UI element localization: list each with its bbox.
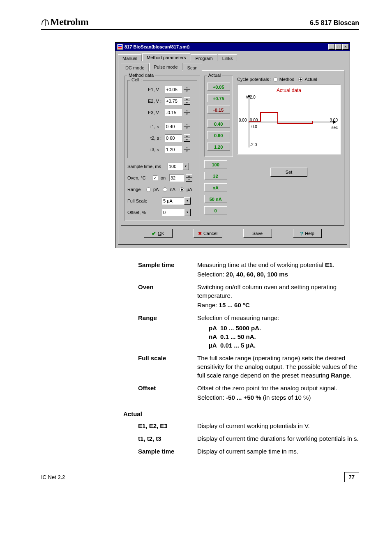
page-number: 77 [344, 472, 359, 482]
ok-button[interactable]: ✔OK [144, 229, 173, 238]
range-na-label: nA [169, 187, 178, 192]
docs-section: Sample timeMeasuring time at the end of … [131, 260, 359, 456]
e1-spinner[interactable]: ▲▼ [184, 86, 190, 93]
doc-def: Selection of measuring range:pA10 ... 50… [197, 313, 359, 350]
doc-term: Sample time [131, 447, 197, 456]
e3-actual: -0.15 [207, 106, 230, 114]
sample-time-input[interactable] [168, 163, 182, 170]
oven-on-label: on [159, 175, 168, 180]
doc-term: Full scale [131, 354, 197, 380]
main-tabs: Manual Method parameters Program Links [115, 51, 350, 61]
cycle-actual-radio[interactable] [298, 77, 303, 82]
doc-def: The full scale range (operating range) s… [197, 354, 359, 380]
actual-legend: Actual [207, 73, 222, 78]
oven-actual: 32 [204, 172, 227, 180]
e1-input[interactable] [165, 86, 182, 93]
range-pa-label: pA [152, 187, 161, 192]
t3-input[interactable] [165, 146, 182, 153]
range-label: Range [127, 187, 145, 192]
footer-left: IC Net 2.2 [41, 474, 65, 480]
doc-term: t1, t2, t3 [131, 434, 197, 443]
subtab-pulse-mode[interactable]: Pulse mode [149, 63, 182, 71]
cycle-method-label: Method [279, 77, 297, 82]
tab-panel: DC mode Pulse mode Scan Method data Cell… [118, 61, 347, 245]
oven-label: Oven, °C [127, 175, 151, 180]
range-ua-radio[interactable] [180, 187, 184, 192]
t2-spinner[interactable]: ▲▼ [184, 134, 190, 142]
cycle-method-radio[interactable] [273, 77, 278, 82]
doc-term: Offset [131, 384, 197, 402]
doc-entry: E1, E2, E3Display of current working pot… [131, 421, 359, 430]
dialog-buttons: ✔OK ✖Cancel Save ?Help [121, 226, 344, 241]
maximize-button[interactable]: □ [335, 44, 342, 50]
t2-input[interactable] [165, 134, 182, 142]
e3-spinner[interactable]: ▲▼ [184, 109, 190, 116]
t2-label: t2, s : [130, 136, 163, 140]
set-button[interactable]: Set [270, 168, 307, 177]
oven-input[interactable] [169, 174, 184, 182]
doc-term: Oven [131, 283, 197, 309]
cell-legend: Cell : [130, 77, 143, 82]
t3-actual: 1.20 [207, 143, 230, 151]
range-actual: nA [204, 183, 227, 191]
e1-actual: +0.05 [207, 83, 230, 91]
fullscale-label: Full Scale [127, 198, 154, 203]
sub-tabs: DC mode Pulse mode Scan [121, 63, 344, 71]
range-pa-radio[interactable] [146, 187, 151, 192]
page-footer: IC Net 2.2 77 [41, 472, 359, 482]
actual-group: Actual +0.05 +0.75 -0.15 0.40 0.60 1.20 [204, 76, 233, 157]
e2-actual: +0.75 [207, 94, 230, 102]
e3-label: E3, V : [130, 110, 163, 115]
sample-time-dropdown[interactable]: ▼ [182, 163, 189, 170]
doc-entry: Full scaleThe full scale range (operatin… [131, 354, 359, 380]
sample-actual: 100 [204, 160, 227, 168]
titlebar: 817 BioScan(bioscan\817.smt) _ □ × [115, 43, 350, 51]
e2-spinner[interactable]: ▲▼ [184, 97, 190, 105]
cancel-button[interactable]: ✖Cancel [194, 229, 222, 238]
e2-label: E2, V : [130, 99, 163, 104]
save-button[interactable]: Save [243, 229, 272, 238]
doc-entry: RangeSelection of measuring range:pA10 .… [131, 313, 359, 350]
doc-entry: OffsetOffset of the zero point for the a… [131, 384, 359, 402]
help-button[interactable]: ?Help [293, 229, 322, 238]
minimize-button[interactable]: _ [328, 44, 335, 50]
cycle-label: Cycle potentials : [237, 77, 272, 82]
doc-entry: OvenSwitching on/off column oven and set… [131, 283, 359, 309]
oven-checkbox[interactable]: ✓ [153, 175, 158, 180]
fullscale-input[interactable] [162, 197, 184, 205]
question-icon: ? [300, 230, 303, 237]
doc-term: Sample time [131, 260, 197, 279]
t1-label: t1, s : [130, 124, 163, 129]
e2-input[interactable] [165, 97, 182, 105]
subtab-dc-mode[interactable]: DC mode [121, 64, 149, 71]
chart: Actual data V 2.0 -2.0 0.00 0.00 3.00 0.… [237, 85, 341, 154]
check-icon: ✔ [152, 230, 156, 237]
actual-heading: Actual [123, 410, 359, 418]
doc-def: Measuring time at the end of working pot… [197, 260, 359, 279]
t1-actual: 0.40 [207, 120, 230, 128]
method-data-group: Method data Cell : E1, V :▲▼ E2, V :▲▼ E… [125, 76, 200, 221]
doc-def: Display of current sample time in ms. [197, 447, 359, 456]
t3-spinner[interactable]: ▲▼ [184, 146, 190, 153]
subtab-scan[interactable]: Scan [183, 64, 202, 71]
doc-entry: Sample timeMeasuring time at the end of … [131, 260, 359, 279]
e1-label: E1, V : [130, 87, 163, 92]
e3-input[interactable] [165, 109, 182, 116]
t1-input[interactable] [165, 123, 182, 130]
tab-method-parameters[interactable]: Method parameters [142, 53, 190, 61]
t2-actual: 0.60 [207, 131, 230, 139]
t1-spinner[interactable]: ▲▼ [184, 123, 190, 130]
offset-input[interactable] [162, 209, 184, 216]
offset-dropdown[interactable]: ▼ [184, 209, 191, 216]
fullscale-dropdown[interactable]: ▼ [184, 197, 191, 205]
section-title: 6.5 817 Bioscan [310, 19, 359, 27]
doc-def: Display of current time durations for wo… [197, 434, 359, 443]
doc-entry: t1, t2, t3Display of current time durati… [131, 434, 359, 443]
chart-plot [238, 85, 341, 155]
window-title: 817 BioScan(bioscan\817.smt) [125, 44, 328, 49]
brand-logo: Metrohm [41, 16, 88, 28]
close-button[interactable]: × [342, 44, 349, 50]
doc-def: Offset of the zero point for the analog … [197, 384, 359, 402]
range-na-radio[interactable] [163, 187, 167, 192]
oven-spinner[interactable]: ▲▼ [186, 174, 192, 182]
